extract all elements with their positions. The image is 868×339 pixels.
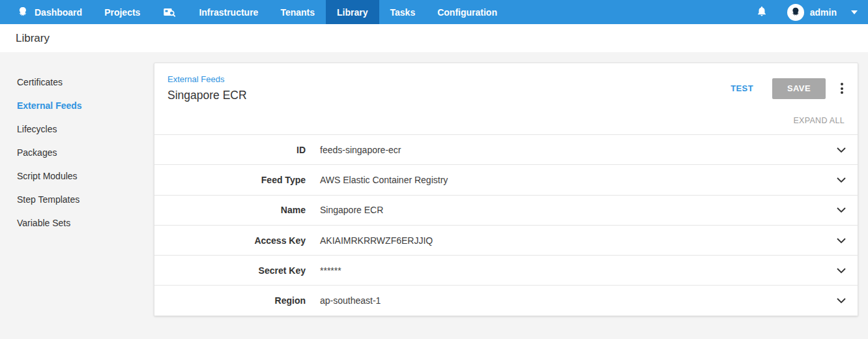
notifications-button[interactable] [756,5,768,20]
row-value: ap-southeast-1 [320,295,381,306]
sidebar-item-lifecycles[interactable]: Lifecycles [0,117,154,141]
nav-item-package-search[interactable] [151,0,188,24]
chevron-down-icon[interactable] [837,207,846,213]
test-button[interactable]: TEST [720,78,764,99]
row-label: Secret Key [154,265,306,276]
user-name: admin [810,7,837,18]
nav-item-dashboard[interactable]: Dashboard [5,0,93,24]
row-label: Name [154,205,306,215]
content-area: Certificates External Feeds Lifecycles P… [0,52,868,339]
row-label: Region [154,295,306,306]
nav-label-tenants: Tenants [280,7,315,18]
row-access-key[interactable]: Access Key AKIAIMRKRRWZF6ERJJIQ [154,225,858,255]
nav-right: admin [756,0,868,24]
nav-label-library: Library [337,7,368,18]
save-button[interactable]: SAVE [772,78,826,99]
user-menu[interactable]: admin [787,4,858,21]
nav-label-infrastructure: Infrastructure [199,7,258,18]
nav-label-tasks: Tasks [390,7,416,18]
sidebar-item-label: Packages [17,147,57,158]
row-label: Feed Type [154,175,306,185]
row-id[interactable]: ID feeds-singapore-ecr [154,134,858,164]
chevron-down-icon[interactable] [837,238,846,243]
sidebar-item-packages[interactable]: Packages [0,141,154,164]
octopus-icon [16,6,29,18]
row-feed-type[interactable]: Feed Type AWS Elastic Container Registry [154,164,858,194]
octopus-avatar-icon [790,7,801,18]
nav-label-configuration: Configuration [437,7,497,18]
sidebar-item-label: Certificates [17,77,63,87]
row-region[interactable]: Region ap-southeast-1 [154,285,858,315]
expand-all-button[interactable]: EXPAND ALL [793,116,845,125]
feed-detail-card: External Feeds Singapore ECR TEST SAVE E… [154,63,858,316]
sidebar-item-external-feeds[interactable]: External Feeds [0,94,154,117]
chevron-down-icon[interactable] [837,177,846,183]
nav-item-tenants[interactable]: Tenants [269,0,326,24]
sidebar-item-label: Variable Sets [17,218,70,228]
row-name[interactable]: Name Singapore ECR [154,195,858,225]
row-label: ID [154,145,306,155]
row-label: Access Key [154,235,306,246]
sidebar-item-script-modules[interactable]: Script Modules [0,164,154,188]
nav-item-projects[interactable]: Projects [93,0,151,24]
nav-item-tasks[interactable]: Tasks [379,0,427,24]
sidebar-item-label: External Feeds [17,100,82,111]
chevron-down-icon[interactable] [837,298,846,303]
app-root: Dashboard Projects Infrastructure [0,0,868,339]
row-value: ****** [320,265,341,276]
nav-item-configuration[interactable]: Configuration [426,0,508,24]
overflow-menu-icon[interactable] [835,80,848,97]
card-actions: TEST SAVE [720,78,848,99]
page-title: Library [16,32,50,45]
sidebar-item-step-templates[interactable]: Step Templates [0,188,154,211]
avatar [787,4,804,21]
library-sidebar: Certificates External Feeds Lifecycles P… [0,52,154,235]
top-navigation: Dashboard Projects Infrastructure [0,0,868,24]
row-value: Singapore ECR [320,205,383,215]
nav-item-infrastructure[interactable]: Infrastructure [188,0,269,24]
package-search-icon [162,5,177,20]
card-header: External Feeds Singapore ECR TEST SAVE E… [154,63,858,134]
chevron-down-icon [851,10,858,14]
sidebar-item-certificates[interactable]: Certificates [0,70,154,94]
bell-icon [756,5,768,20]
chevron-down-icon[interactable] [837,268,846,273]
row-value: AKIAIMRKRRWZF6ERJJIQ [320,235,433,246]
row-value: AWS Elastic Container Registry [320,175,448,185]
nav-label-dashboard: Dashboard [35,7,82,18]
breadcrumb-external-feeds[interactable]: External Feeds [167,74,224,84]
sidebar-item-label: Step Templates [17,194,80,205]
nav-item-library[interactable]: Library [326,0,379,24]
sidebar-item-label: Lifecycles [17,124,57,134]
sidebar-item-variable-sets[interactable]: Variable Sets [0,211,154,235]
row-secret-key[interactable]: Secret Key ****** [154,255,858,285]
row-value: feeds-singapore-ecr [320,145,401,155]
nav-left: Dashboard Projects Infrastructure [0,0,508,24]
sidebar-item-label: Script Modules [17,171,78,181]
page-titlebar: Library [0,24,868,52]
chevron-down-icon[interactable] [837,147,846,153]
nav-label-projects: Projects [104,7,140,18]
